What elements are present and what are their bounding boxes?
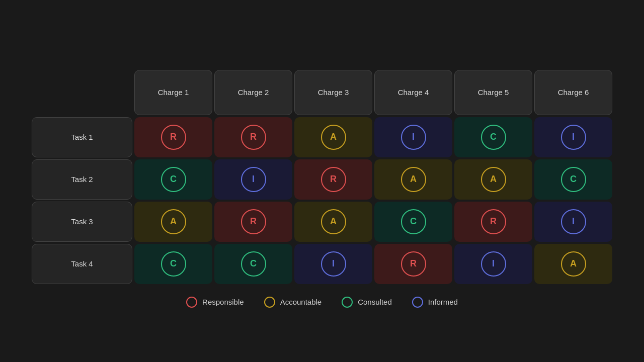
legend-label-green: Consulted: [358, 298, 392, 306]
raci-letter-r4-c2: C: [241, 251, 266, 277]
raci-cell-r3-c2: R: [214, 202, 292, 242]
legend-circle-red: [186, 297, 197, 308]
raci-cell-r1-c5: C: [454, 117, 532, 157]
raci-cell-r3-c3: A: [294, 202, 372, 242]
matrix-wrapper: Charge 1Charge 2Charge 3Charge 4Charge 5…: [32, 70, 612, 308]
raci-cell-r1-c3: A: [294, 117, 372, 157]
raci-cell-r4-c1: C: [134, 244, 212, 284]
legend-item-blue: Informed: [412, 297, 458, 308]
raci-letter-r1-c3: A: [321, 125, 346, 150]
raci-letter-r2-c1: C: [161, 167, 186, 192]
raci-cell-r2-c6: C: [534, 159, 612, 200]
header-cell-2: Charge 2: [214, 70, 292, 115]
raci-cell-r4-c5: I: [454, 244, 532, 284]
raci-letter-r2-c2: I: [241, 167, 266, 192]
legend-item-green: Consulted: [342, 297, 392, 308]
legend-label-yellow: Accountable: [280, 298, 322, 306]
legend-circle-blue: [412, 297, 423, 308]
legend-item-red: Responsible: [186, 297, 244, 308]
raci-letter-r3-c1: A: [161, 209, 186, 234]
legend-circle-yellow: [264, 297, 275, 308]
header-cell-3: Charge 3: [294, 70, 372, 115]
raci-cell-r2-c4: A: [374, 159, 452, 200]
task-label-4: Task 4: [32, 244, 132, 284]
raci-cell-r1-c6: I: [534, 117, 612, 157]
raci-cell-r2-c3: R: [294, 159, 372, 200]
raci-letter-r2-c4: A: [401, 167, 426, 192]
legend: ResponsibleAccountableConsultedInformed: [32, 297, 612, 308]
header-cell-1: Charge 1: [134, 70, 212, 115]
raci-cell-r3-c4: C: [374, 202, 452, 242]
raci-letter-r1-c5: C: [481, 125, 506, 150]
raci-letter-r3-c3: A: [321, 209, 346, 234]
task-label-3: Task 3: [32, 202, 132, 242]
raci-letter-r2-c3: R: [321, 167, 346, 192]
task-label-2: Task 2: [32, 159, 132, 200]
raci-letter-r4-c3: I: [321, 251, 346, 277]
raci-cell-r2-c5: A: [454, 159, 532, 200]
raci-letter-r4-c5: I: [481, 251, 506, 277]
raci-letter-r1-c4: I: [401, 125, 426, 150]
raci-letter-r3-c5: R: [481, 209, 506, 234]
legend-item-yellow: Accountable: [264, 297, 322, 308]
raci-cell-r4-c4: R: [374, 244, 452, 284]
raci-cell-r3-c1: A: [134, 202, 212, 242]
raci-cell-r3-c6: I: [534, 202, 612, 242]
raci-letter-r3-c4: C: [401, 209, 426, 234]
raci-letter-r4-c4: R: [401, 251, 426, 277]
header-cell-4: Charge 4: [374, 70, 452, 115]
raci-letter-r4-c1: C: [161, 251, 186, 277]
legend-label-red: Responsible: [202, 298, 244, 306]
raci-cell-r2-c2: I: [214, 159, 292, 200]
raci-letter-r3-c6: I: [561, 209, 586, 234]
raci-letter-r1-c1: R: [161, 125, 186, 150]
raci-letter-r2-c5: A: [481, 167, 506, 192]
matrix-grid: Charge 1Charge 2Charge 3Charge 4Charge 5…: [32, 70, 612, 284]
raci-letter-r1-c6: I: [561, 125, 586, 150]
raci-cell-r1-c4: I: [374, 117, 452, 157]
raci-cell-r4-c2: C: [214, 244, 292, 284]
raci-letter-r2-c6: C: [561, 167, 586, 192]
legend-label-blue: Informed: [428, 298, 458, 306]
header-empty: [32, 70, 132, 115]
raci-letter-r4-c6: A: [561, 251, 586, 277]
legend-circle-green: [342, 297, 353, 308]
raci-cell-r3-c5: R: [454, 202, 532, 242]
raci-cell-r1-c1: R: [134, 117, 212, 157]
raci-cell-r4-c3: I: [294, 244, 372, 284]
header-cell-5: Charge 5: [454, 70, 532, 115]
raci-cell-r4-c6: A: [534, 244, 612, 284]
task-label-1: Task 1: [32, 117, 132, 157]
header-cell-6: Charge 6: [534, 70, 612, 115]
raci-letter-r1-c2: R: [241, 125, 266, 150]
raci-cell-r2-c1: C: [134, 159, 212, 200]
raci-cell-r1-c2: R: [214, 117, 292, 157]
raci-letter-r3-c2: R: [241, 209, 266, 234]
